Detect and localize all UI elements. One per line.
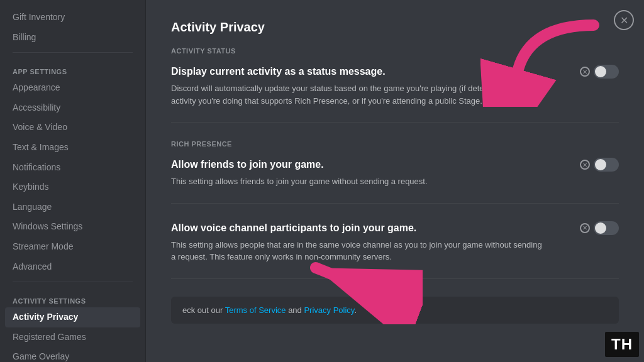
sidebar-item-text-images[interactable]: Text & Images — [5, 138, 140, 158]
setting-title-2: Allow friends to join your game. — [171, 159, 324, 170]
footer-notice: eck out our Terms of Service and Privacy… — [171, 297, 619, 324]
sidebar-item-language[interactable]: Language — [5, 197, 140, 217]
activity-settings-label: ACTIVITY SETTINGS — [5, 287, 140, 307]
watermark: TH — [605, 332, 639, 357]
setting-header-3: Allow voice channel participants to join… — [171, 221, 619, 235]
sidebar-divider-2 — [13, 282, 133, 282]
sidebar-item-notifications[interactable]: Notifications — [5, 158, 140, 178]
setting-header-2: Allow friends to join your game. ✕ — [171, 158, 619, 172]
sidebar-item-windows-settings[interactable]: Windows Settings — [5, 217, 140, 237]
sidebar-item-accessibility[interactable]: Accessibility — [5, 98, 140, 118]
terms-of-service-link[interactable]: Terms of Service — [225, 305, 286, 315]
close-button[interactable]: ✕ — [614, 10, 634, 30]
sidebar-item-registered-games[interactable]: Registered Games — [5, 327, 140, 348]
setting-description-2: This setting allows friends to join your… — [171, 175, 548, 188]
setting-header-1: Display current activity as a status mes… — [171, 65, 619, 79]
privacy-policy-link[interactable]: Privacy Policy — [304, 305, 354, 315]
toggle-x-icon-1[interactable]: ✕ — [580, 67, 590, 77]
setting-row-display-activity: Display current activity as a status mes… — [171, 65, 619, 123]
toggle-thumb-3 — [595, 222, 606, 234]
sidebar-item-billing[interactable]: Billing — [5, 28, 140, 48]
sidebar-item-appearance[interactable]: Appearance — [5, 78, 140, 98]
sidebar-item-voice-video[interactable]: Voice & Video — [5, 118, 140, 138]
sidebar-item-streamer-mode[interactable]: Streamer Mode — [5, 237, 140, 257]
app-settings-label: APP SETTINGS — [5, 58, 140, 78]
sidebar-item-advanced[interactable]: Advanced — [5, 257, 140, 277]
setting-title-1: Display current activity as a status mes… — [171, 66, 386, 77]
sidebar-item-keybinds[interactable]: Keybinds — [5, 177, 140, 197]
setting-row-allow-voice: Allow voice channel participants to join… — [171, 221, 619, 279]
sidebar: Gift Inventory Billing APP SETTINGS Appe… — [0, 0, 146, 362]
main-content: ✕ Activity Privacy ACTIVITY STATUS Displ… — [146, 0, 644, 362]
footer-middle-text: and — [286, 305, 304, 315]
footer-text-after: . — [354, 305, 357, 315]
toggle-container-3: ✕ — [580, 221, 619, 235]
setting-description-1: Discord will automatically update your s… — [171, 82, 548, 107]
setting-row-allow-friends: Allow friends to join your game. ✕ This … — [171, 158, 619, 204]
sidebar-item-game-overlay[interactable]: Game Overlay — [5, 347, 140, 362]
sidebar-item-activity-privacy[interactable]: Activity Privacy — [5, 307, 140, 327]
toggle-x-icon-3[interactable]: ✕ — [580, 223, 590, 233]
page-title: Activity Privacy — [171, 20, 619, 35]
setting-title-3: Allow voice channel participants to join… — [171, 222, 416, 234]
toggle-3[interactable] — [594, 221, 619, 235]
toggle-container-2: ✕ — [580, 158, 619, 172]
toggle-2[interactable] — [594, 158, 619, 172]
sidebar-item-gift-inventory[interactable]: Gift Inventory — [5, 8, 140, 28]
toggle-1[interactable] — [594, 65, 619, 79]
setting-description-3: This setting allows people that are in t… — [171, 239, 548, 263]
toggle-container-1: ✕ — [580, 65, 619, 79]
toggle-thumb-2 — [595, 159, 606, 170]
toggle-thumb-1 — [595, 66, 606, 77]
sidebar-divider-1 — [13, 52, 133, 53]
rich-presence-label: RICH PRESENCE — [171, 140, 619, 148]
activity-status-label: ACTIVITY STATUS — [171, 47, 619, 55]
toggle-x-icon-2[interactable]: ✕ — [580, 160, 590, 170]
footer-text-before: eck out our — [182, 305, 225, 315]
